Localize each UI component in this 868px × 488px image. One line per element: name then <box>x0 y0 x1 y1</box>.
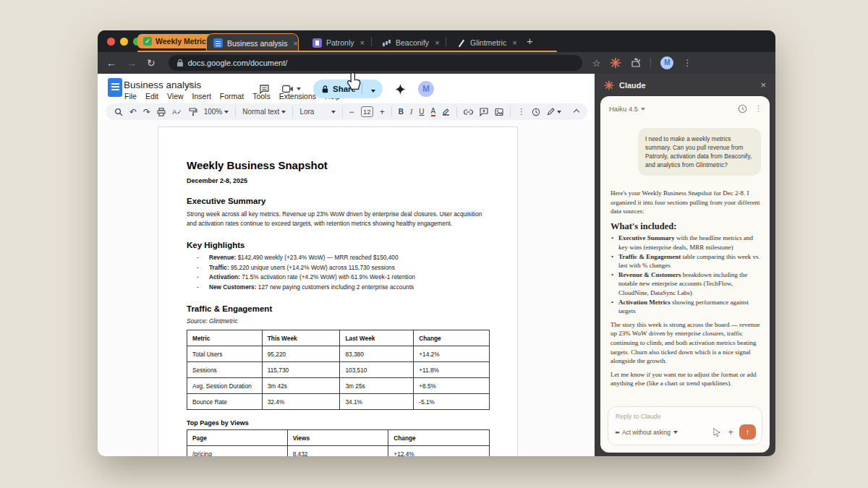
paint-format-icon[interactable] <box>189 108 197 116</box>
top-pages-table: Page Views Change /pricing 8,432 +12.4% <box>187 429 490 456</box>
tab-patronly[interactable]: Patronly × <box>306 33 367 52</box>
browser-window: ✓ Weekly Metrics Business analysis × Pat… <box>98 30 775 456</box>
version-history-icon[interactable] <box>532 108 540 116</box>
tab-label: Business analysis <box>227 39 287 48</box>
editing-mode-dropdown[interactable] <box>547 108 561 116</box>
patronly-icon <box>312 38 322 48</box>
url-text: docs.google.com/document/ <box>188 59 288 67</box>
collapse-toolbar-button[interactable] <box>574 108 579 114</box>
list-item: Revenue: $142,490 weekly (+23.4% WoW) — … <box>187 253 490 263</box>
list-item: Traffic & Engagement table comparing thi… <box>610 252 761 270</box>
docs-logo-icon[interactable] <box>108 78 122 97</box>
font-size-input[interactable]: 12 <box>361 106 373 117</box>
tab-group-label: Weekly Metrics <box>156 37 210 46</box>
highlight-color-icon[interactable] <box>442 108 450 116</box>
insert-link-icon[interactable] <box>464 108 473 116</box>
more-options-icon[interactable]: ⋮ <box>517 107 525 116</box>
table-header-row: Metric This Week Last Week Change <box>187 330 490 346</box>
account-avatar[interactable]: M <box>418 81 434 97</box>
gemini-icon[interactable] <box>395 84 406 95</box>
underline-button[interactable]: U <box>419 108 424 116</box>
claude-panel-header: Claude × <box>595 74 775 96</box>
reload-icon[interactable]: ↻ <box>147 57 156 69</box>
close-tab-icon[interactable]: × <box>435 38 439 47</box>
permission-mode-dropdown[interactable]: ▸▸ Act without asking <box>616 429 678 436</box>
doc-date: December 2-8, 2025 <box>187 177 490 184</box>
tab-label: Glintmetric <box>470 38 506 47</box>
tab-beaconify[interactable]: Beaconify × <box>375 33 442 52</box>
insert-image-icon[interactable] <box>495 108 503 116</box>
back-icon[interactable]: ← <box>106 57 116 69</box>
share-dropdown[interactable] <box>367 82 380 95</box>
minimize-window-button[interactable] <box>120 38 128 46</box>
tab-glintmetric[interactable]: Glintmetric × <box>450 33 521 52</box>
hand-cursor-pointer <box>345 72 364 93</box>
panel-menu-icon[interactable]: ⋮ <box>754 104 762 114</box>
google-docs-icon <box>213 38 223 48</box>
meet-video-icon[interactable] <box>282 85 301 93</box>
tab-group-weekly-metrics[interactable]: ✓ Weekly Metrics <box>137 34 216 48</box>
close-tab-icon[interactable]: × <box>512 38 516 47</box>
claude-extension-icon[interactable] <box>610 57 621 69</box>
font-select[interactable]: Lora <box>299 108 335 116</box>
glintmetric-icon <box>456 38 466 48</box>
close-tab-icon[interactable]: × <box>293 39 297 48</box>
star-document-icon[interactable]: ☆ <box>187 80 194 90</box>
menu-insert[interactable]: Insert <box>192 92 211 100</box>
undo-icon[interactable]: ↶ <box>129 107 137 117</box>
screenshot-stage: ✓ Weekly Metrics Business analysis × Pat… <box>0 0 868 488</box>
zoom-select[interactable]: 100% <box>204 108 229 116</box>
list-item: Revenue & Customers breakdown including … <box>610 270 761 298</box>
list-item: New Customers: 127 new paying customers … <box>187 283 490 293</box>
table-row: Avg. Session Duration3m 42s 3m 25s+8.5% <box>187 378 490 394</box>
menu-view[interactable]: View <box>167 92 184 100</box>
browser-menu-icon[interactable]: ⋮ <box>683 58 692 68</box>
forward-icon[interactable]: → <box>127 57 137 69</box>
model-selector[interactable]: Haiku 4.5 <box>609 105 645 113</box>
decrease-font-icon[interactable]: − <box>349 107 354 117</box>
history-icon[interactable] <box>738 104 747 114</box>
browser-toolbar: ← → ↻ docs.google.com/document/ ☆ <box>98 52 775 74</box>
lock-icon <box>322 85 328 93</box>
browser-profile-avatar[interactable]: M <box>660 56 673 69</box>
menu-file[interactable]: File <box>124 92 137 100</box>
add-comment-icon[interactable] <box>480 108 488 116</box>
tab-business-analysis[interactable]: Business analysis × <box>206 33 299 52</box>
list-item: Executive Summary with the headline metr… <box>610 234 761 252</box>
send-button[interactable]: ↑ <box>739 424 756 440</box>
redo-icon[interactable]: ↷ <box>143 107 150 117</box>
attach-icon[interactable]: + <box>728 427 733 437</box>
italic-button[interactable]: I <box>410 108 412 116</box>
response-paragraph: The story this week is strong across the… <box>610 320 761 366</box>
spell-check-icon[interactable]: A✓ <box>172 108 182 116</box>
bookmark-star-icon[interactable]: ☆ <box>592 58 601 69</box>
menu-format[interactable]: Format <box>220 92 244 100</box>
included-list: Executive Summary with the headline metr… <box>610 234 761 315</box>
increase-font-icon[interactable]: + <box>380 107 385 117</box>
new-tab-button[interactable]: + <box>527 35 533 47</box>
styles-select[interactable]: Normal text <box>242 108 286 116</box>
reply-input[interactable]: Reply to Claude ▸▸ Act without asking + <box>608 406 762 445</box>
text-color-button[interactable]: A <box>431 108 436 116</box>
exec-summary-body: Strong week across all key metrics. Reve… <box>187 210 490 228</box>
key-highlights-list: Revenue: $142,490 weekly (+23.4% WoW) — … <box>187 253 490 292</box>
address-bar[interactable]: docs.google.com/document/ <box>169 55 582 71</box>
search-menus-icon[interactable] <box>114 108 123 116</box>
extensions-puzzle-icon[interactable] <box>631 58 641 68</box>
list-item: Activation: 71.5% activation rate (+4.2%… <box>187 273 490 283</box>
traffic-source: Source: Glintmetric <box>187 317 490 325</box>
print-icon[interactable] <box>157 108 166 116</box>
claude-logo-icon <box>604 80 614 90</box>
bold-button[interactable]: B <box>399 108 404 116</box>
tab-label: Beaconify <box>396 38 429 47</box>
reply-placeholder: Reply to Claude <box>616 413 754 420</box>
computer-use-cursor-icon[interactable] <box>712 427 722 437</box>
close-window-button[interactable] <box>107 38 115 46</box>
tab-strip: ✓ Weekly Metrics Business analysis × Pat… <box>98 30 775 52</box>
comment-history-icon[interactable] <box>259 84 270 94</box>
lock-icon <box>176 59 184 67</box>
document-page[interactable]: Weekly Business Snapshot December 2-8, 2… <box>158 127 518 456</box>
close-tab-icon[interactable]: × <box>360 38 365 47</box>
menu-edit[interactable]: Edit <box>145 92 158 100</box>
close-panel-icon[interactable]: × <box>760 80 766 90</box>
